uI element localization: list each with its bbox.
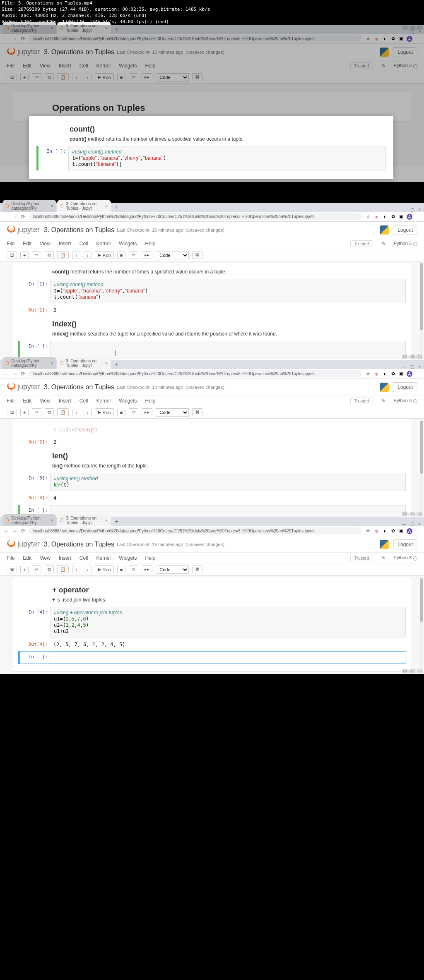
star-icon[interactable]: ☆ bbox=[365, 36, 371, 42]
paste-button[interactable]: 📋 bbox=[57, 73, 69, 81]
menu-widgets[interactable]: Widgets bbox=[119, 241, 137, 247]
kernel-indicator[interactable]: Python 3 bbox=[394, 63, 417, 68]
url-field[interactable]: localhost:8888/notebooks/Desktop/Python%… bbox=[29, 213, 362, 220]
save-button[interactable]: 🖫 bbox=[7, 74, 17, 81]
url-field[interactable]: localhost:8888/notebooks/Desktop/Python%… bbox=[29, 370, 362, 377]
forward-icon[interactable]: → bbox=[12, 213, 17, 220]
back-icon[interactable]: ← bbox=[3, 213, 9, 220]
code-editor[interactable]: #using count() method t=("apple","banana… bbox=[50, 279, 406, 303]
extension-icon[interactable]: ▣ bbox=[398, 36, 404, 42]
interrupt-button[interactable]: ■ bbox=[117, 74, 126, 81]
menu-help[interactable]: Help bbox=[145, 63, 156, 69]
browser-tab[interactable]: Desktop/Python datasgood/Py× bbox=[2, 514, 56, 526]
restart-button[interactable]: ⟳ bbox=[129, 73, 138, 81]
close-icon[interactable]: × bbox=[105, 26, 108, 31]
menu-file[interactable]: File bbox=[7, 241, 14, 247]
code-cell[interactable]: In [ ]: #using count() method t=("apple"… bbox=[36, 146, 386, 170]
jupyter-logo[interactable]: jupyter bbox=[7, 48, 40, 57]
jupyter-logo[interactable]: jupyter bbox=[7, 225, 40, 235]
run-button[interactable]: ▶ Run bbox=[95, 408, 113, 416]
code-cell[interactable]: In [4]: #using + operator to join tuples… bbox=[18, 607, 406, 637]
browser-tab-active[interactable]: 3. Operations on Tuples - Jupyt× bbox=[57, 200, 111, 212]
code-editor[interactable]: #using + operator to join tuples u1=(2,5… bbox=[50, 607, 406, 637]
code-cell[interactable]: In [1]: #using count() method t=("apple"… bbox=[18, 279, 406, 303]
menu-cell[interactable]: Cell bbox=[80, 241, 88, 247]
menu-view[interactable]: View bbox=[40, 241, 51, 247]
code-cell-empty[interactable]: In [ ]: bbox=[18, 652, 406, 664]
more-icon[interactable]: ⋮ bbox=[415, 36, 421, 42]
new-tab-button[interactable]: + bbox=[112, 26, 122, 34]
notebook-title[interactable]: 3. Operations on Tuples bbox=[44, 226, 114, 234]
restart-run-button[interactable]: ▸▸ bbox=[142, 251, 152, 259]
trusted-badge[interactable]: Trusted bbox=[350, 62, 373, 69]
logout-button[interactable]: Logout bbox=[393, 539, 417, 549]
command-palette-button[interactable]: ⌘ bbox=[192, 251, 202, 259]
run-button[interactable]: ▶ Run bbox=[95, 251, 113, 259]
browser-tab-active[interactable]: 3. Operations on Tuples - Jupyt× bbox=[57, 514, 111, 526]
browser-tab-active[interactable]: 3. Operations on Tuples - Jupyt× bbox=[57, 22, 111, 34]
back-icon[interactable]: ← bbox=[3, 36, 9, 42]
url-field[interactable]: localhost:8888/notebooks/Desktop/Python%… bbox=[29, 527, 362, 534]
celltype-select[interactable]: Code bbox=[156, 251, 189, 259]
extension-icon[interactable]: ✿ bbox=[390, 36, 396, 42]
add-cell-button[interactable]: + bbox=[20, 252, 29, 259]
menu-file[interactable]: File bbox=[7, 63, 14, 69]
logout-button[interactable]: Logout bbox=[393, 382, 417, 392]
celltype-select[interactable]: Code bbox=[156, 73, 189, 81]
url-field[interactable]: localhost:8888/notebooks/Desktop/Python%… bbox=[29, 35, 362, 42]
menu-insert[interactable]: Insert bbox=[59, 63, 71, 69]
save-button[interactable]: 🖫 bbox=[7, 252, 17, 259]
add-cell-button[interactable]: + bbox=[20, 74, 29, 81]
interrupt-button[interactable]: ■ bbox=[117, 252, 126, 259]
restart-button[interactable]: ⟳ bbox=[129, 251, 138, 259]
profile-avatar[interactable]: A bbox=[407, 36, 412, 42]
code-cell[interactable]: In [3]: #using len() method len(t) bbox=[18, 473, 406, 491]
code-cell-empty[interactable]: In [ ]: | bbox=[18, 341, 406, 359]
extension-icon[interactable]: 🞂 bbox=[382, 36, 388, 42]
jupyter-favicon bbox=[60, 26, 63, 30]
command-palette-button[interactable]: ⌘ bbox=[192, 73, 202, 81]
code-editor[interactable]: #using count() method t=("apple","banana… bbox=[68, 146, 386, 170]
run-button[interactable]: ▶ Run bbox=[95, 73, 113, 81]
trusted-badge[interactable]: Trusted bbox=[350, 240, 373, 247]
edit-icon[interactable]: ✎ bbox=[381, 63, 385, 69]
cut-button[interactable]: ✂ bbox=[32, 251, 41, 259]
reload-icon[interactable]: ⟳ bbox=[21, 213, 25, 220]
move-up-button[interactable]: ↑ bbox=[72, 252, 80, 259]
reload-icon[interactable]: ⟳ bbox=[21, 36, 25, 42]
restart-run-button[interactable]: ▸▸ bbox=[142, 73, 152, 81]
menu-cell[interactable]: Cell bbox=[80, 63, 88, 69]
menu-kernel[interactable]: Kernel bbox=[96, 63, 111, 69]
menu-view[interactable]: View bbox=[40, 63, 51, 69]
logout-button[interactable]: Logout bbox=[393, 225, 417, 235]
menu-help[interactable]: Help bbox=[145, 241, 156, 247]
edit-icon[interactable]: ✎ bbox=[381, 241, 385, 247]
menu-edit[interactable]: Edit bbox=[23, 63, 31, 69]
copy-button[interactable]: ⧉ bbox=[45, 73, 54, 81]
copy-button[interactable]: ⧉ bbox=[45, 251, 54, 259]
paste-button[interactable]: 📋 bbox=[57, 251, 69, 259]
move-up-button[interactable]: ↑ bbox=[72, 74, 80, 81]
browser-tab[interactable]: Desktop/Python datasgood/Py× bbox=[2, 357, 56, 369]
extension-icon[interactable]: m bbox=[373, 36, 379, 42]
kernel-indicator[interactable]: Python 3 bbox=[394, 241, 417, 246]
notebook-title[interactable]: 3. Operations on Tuples bbox=[44, 48, 114, 56]
move-down-button[interactable]: ↓ bbox=[84, 252, 92, 259]
close-icon[interactable]: × bbox=[51, 26, 53, 31]
browser-tab[interactable]: Desktop/Python datasgood/Py× bbox=[2, 200, 56, 212]
move-down-button[interactable]: ↓ bbox=[84, 74, 92, 81]
code-editor[interactable] bbox=[50, 652, 406, 664]
logout-button[interactable]: Logout bbox=[393, 47, 417, 57]
cut-button[interactable]: ✂ bbox=[32, 73, 41, 81]
forward-icon[interactable]: → bbox=[12, 36, 17, 42]
code-editor[interactable]: | bbox=[50, 341, 406, 359]
menu-edit[interactable]: Edit bbox=[23, 241, 31, 247]
menu-insert[interactable]: Insert bbox=[59, 241, 71, 247]
code-editor[interactable]: #using len() method len(t) bbox=[50, 473, 406, 491]
browser-tab-active[interactable]: 3. Operations on Tuples - Jupyt× bbox=[57, 357, 111, 369]
run-button[interactable]: ▶ Run bbox=[95, 565, 113, 573]
menu-kernel[interactable]: Kernel bbox=[96, 241, 111, 247]
browser-tab[interactable]: Desktop/Python datasgood/Py× bbox=[2, 22, 56, 34]
new-tab-button[interactable]: + bbox=[112, 204, 122, 212]
menu-widgets[interactable]: Widgets bbox=[119, 63, 137, 69]
